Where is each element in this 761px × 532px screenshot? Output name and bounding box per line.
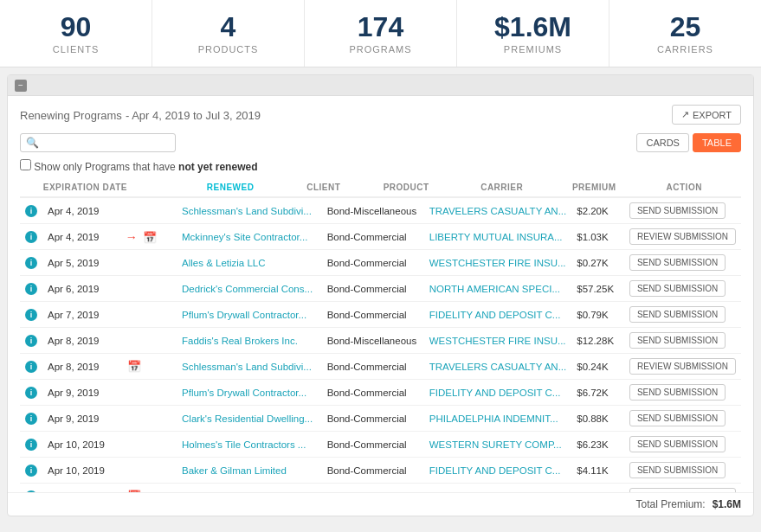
filter-checkbox-label[interactable]: Show only Programs that have not yet ren…: [20, 161, 257, 173]
carrier-link[interactable]: FIDELITY AND DEPOSIT C...: [429, 491, 561, 493]
client-link[interactable]: Faddis's Real Brokers Inc.: [182, 336, 298, 346]
info-icon[interactable]: i: [25, 439, 37, 451]
expiration-cell: Apr 10, 2019: [42, 458, 119, 484]
info-icon[interactable]: i: [25, 283, 37, 295]
product-cell: Bond-Commercial: [322, 380, 424, 406]
premium-cell: $15.11K: [571, 484, 624, 493]
action-button[interactable]: REVIEW SUBMISSION: [629, 358, 736, 375]
action-cell: REVIEW SUBMISSION: [624, 354, 741, 380]
filter-checkbox[interactable]: [20, 159, 31, 170]
info-icon[interactable]: i: [25, 387, 37, 399]
carrier-link[interactable]: FIDELITY AND DEPOSIT C...: [429, 465, 561, 476]
action-button[interactable]: REVIEW SUBMISSION: [629, 488, 736, 492]
col-client: CLIENT: [301, 178, 378, 197]
premium-cell: $1.03K: [571, 224, 624, 250]
carrier-link[interactable]: WESTERN SURETY COMP...: [429, 439, 562, 450]
client-link[interactable]: Edwards's Highway Constr...: [182, 491, 308, 493]
carrier-link[interactable]: WESTCHESTER FIRE INSU...: [429, 258, 566, 268]
action-button[interactable]: SEND SUBMISSION: [629, 280, 726, 297]
carrier-link[interactable]: PHILADELPHIA INDEMNIT...: [429, 413, 558, 424]
info-icon[interactable]: i: [25, 231, 37, 243]
stat-label-carriers: CARRIERS: [618, 44, 752, 54]
stats-bar: 90CLIENTS4PRODUCTS174PROGRAMS$1.6MPREMIU…: [0, 0, 761, 67]
carrier-link[interactable]: NORTH AMERICAN SPECI...: [429, 284, 560, 294]
info-cell: i: [20, 250, 42, 276]
export-button[interactable]: ↗ EXPORT: [672, 105, 741, 125]
search-input[interactable]: [42, 137, 170, 149]
action-button[interactable]: SEND SUBMISSION: [629, 306, 726, 323]
action-cell: SEND SUBMISSION: [624, 328, 741, 354]
info-icon[interactable]: i: [25, 413, 37, 425]
info-icon[interactable]: i: [25, 335, 37, 347]
action-button[interactable]: REVIEW SUBMISSION: [629, 228, 736, 245]
carrier-cell: FIDELITY AND DEPOSIT C...: [424, 380, 572, 406]
carrier-link[interactable]: WESTCHESTER FIRE INSU...: [429, 336, 566, 346]
search-icon: 🔍: [26, 137, 39, 149]
expiration-cell: Apr 4, 2019: [42, 198, 119, 224]
product-cell: Bond-Miscellaneous: [322, 198, 424, 224]
table-row: iApr 9, 2019Pflum's Drywall Contractor..…: [20, 380, 741, 406]
action-cell: REVIEW SUBMISSION: [624, 224, 741, 250]
carrier-link[interactable]: FIDELITY AND DEPOSIT C...: [429, 388, 561, 398]
stat-number-carriers: 25: [618, 12, 752, 42]
client-link[interactable]: Schlessman's Land Subdivi...: [182, 206, 312, 216]
expiration-cell: Apr 6, 2019: [42, 276, 119, 302]
client-link[interactable]: Clark's Residential Dwelling...: [182, 413, 313, 424]
carrier-cell: TRAVELERS CASUALTY AN...: [424, 198, 572, 224]
carrier-cell: WESTERN SURETY COMP...: [424, 432, 572, 458]
premium-cell: $4.11K: [571, 458, 624, 484]
info-icon[interactable]: i: [25, 205, 37, 217]
client-link[interactable]: Pflum's Drywall Contractor...: [182, 388, 306, 398]
info-cell: i: [20, 484, 42, 493]
carrier-cell: NORTH AMERICAN SPECI...: [424, 276, 572, 302]
info-icon[interactable]: i: [25, 361, 37, 373]
action-cell: SEND SUBMISSION: [624, 458, 741, 484]
info-icon[interactable]: i: [25, 490, 37, 493]
client-link[interactable]: Dedrick's Commercial Cons...: [182, 284, 313, 294]
client-link[interactable]: Baker & Gilman Limited: [182, 465, 287, 476]
action-button[interactable]: SEND SUBMISSION: [629, 462, 726, 478]
client-cell: Holmes's Tile Contractors ...: [177, 432, 322, 458]
client-cell: Pflum's Drywall Contractor...: [177, 380, 322, 406]
cards-button[interactable]: CARDS: [636, 133, 689, 152]
carrier-link[interactable]: LIBERTY MUTUAL INSURA...: [429, 232, 563, 242]
action-button[interactable]: SEND SUBMISSION: [629, 202, 726, 219]
client-cell: Faddis's Real Brokers Inc.: [177, 328, 322, 354]
table-button[interactable]: TABLE: [693, 133, 741, 152]
action-button[interactable]: SEND SUBMISSION: [629, 384, 726, 401]
main-panel: − Renewing Programs - Apr 4, 2019 to Jul…: [7, 74, 754, 516]
client-link[interactable]: Pflum's Drywall Contractor...: [182, 310, 306, 320]
action-button[interactable]: SEND SUBMISSION: [629, 332, 726, 349]
action-button[interactable]: SEND SUBMISSION: [629, 436, 726, 452]
info-icon[interactable]: i: [25, 465, 37, 477]
renewed-cell: [119, 276, 177, 302]
carrier-link[interactable]: FIDELITY AND DEPOSIT C...: [429, 310, 561, 320]
table-rows: iApr 4, 2019Schlessman's Land Subdivi...…: [20, 198, 741, 492]
action-cell: SEND SUBMISSION: [624, 198, 741, 224]
stat-number-programs: 174: [313, 12, 448, 42]
info-cell: i: [20, 458, 42, 484]
premium-cell: $57.25K: [571, 276, 624, 302]
carrier-link[interactable]: TRAVELERS CASUALTY AN...: [429, 206, 567, 216]
collapse-bar[interactable]: −: [8, 75, 753, 96]
client-cell: Clark's Residential Dwelling...: [177, 406, 322, 432]
renewed-cell: →📅: [119, 224, 177, 250]
view-toggle: CARDS TABLE: [636, 133, 741, 152]
client-link[interactable]: Alles & Letizia LLC: [182, 258, 266, 268]
client-link[interactable]: Holmes's Tile Contractors ...: [182, 439, 306, 450]
action-button[interactable]: SEND SUBMISSION: [629, 410, 726, 426]
client-link[interactable]: Mckinney's Site Contractor...: [182, 232, 307, 242]
client-link[interactable]: Schlessman's Land Subdivi...: [182, 362, 312, 372]
expiration-cell: Apr 8, 2019: [42, 354, 119, 380]
search-box: 🔍: [20, 133, 176, 152]
renewed-cell: [119, 458, 177, 484]
info-cell: i: [20, 224, 42, 250]
col-action: ACTION: [661, 178, 741, 197]
carrier-link[interactable]: TRAVELERS CASUALTY AN...: [429, 362, 567, 372]
table-header: EXPIRATION DATE RENEWED CLIENT PRODUCT C…: [20, 178, 741, 197]
action-button[interactable]: SEND SUBMISSION: [629, 254, 726, 271]
info-icon[interactable]: i: [25, 257, 37, 269]
info-cell: i: [20, 406, 42, 432]
calendar-icon: 📅: [127, 360, 141, 373]
info-icon[interactable]: i: [25, 309, 37, 321]
